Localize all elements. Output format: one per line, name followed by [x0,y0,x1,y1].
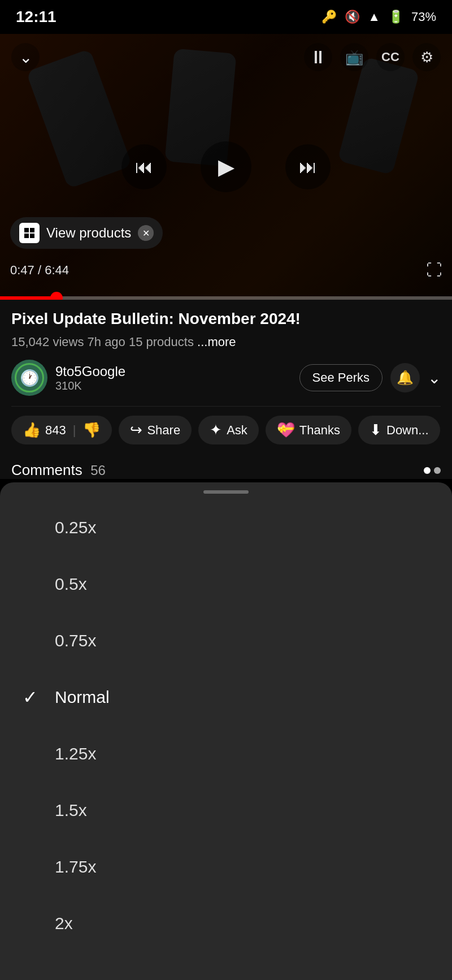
cast-button[interactable]: 📺 [340,43,368,71]
see-perks-button[interactable]: See Perks [299,364,383,391]
time-ago-label: 7h ago [88,335,125,349]
speed-option-175[interactable]: ✓ 1.75x [0,839,452,895]
playback-controls: ⏮ ▶ ⏭ [121,141,331,192]
speed-option-15[interactable]: ✓ 1.5x [0,782,452,839]
status-time: 12:11 [16,8,56,26]
svg-rect-3 [30,234,34,238]
thanks-button[interactable]: 💝 Thanks [266,416,351,444]
heart-icon: 💝 [277,421,295,439]
settings-button[interactable]: ⚙ [412,43,441,71]
video-title: Pixel Update Bulletin: November 2024! [11,309,441,329]
channel-row: 🕐 9to5Google 310K See Perks 🔔 ⌄ [11,360,441,407]
speed-option-125[interactable]: ✓ 1.25x [0,726,452,782]
divider: | [73,423,76,438]
mute-icon: 🔇 [345,10,360,24]
next-button[interactable]: ⏭ [285,144,331,189]
speed-selector-sheet: ✓ 0.25x ✓ 0.5x ✓ 0.75x ✓ Normal ✓ 1.25x … [0,482,452,980]
status-icons: 🔑 🔇 ▲ 🔋 73% [321,10,436,24]
battery-icon: 🔋 [388,10,403,24]
skip-next-icon: ⏭ [299,157,317,178]
view-count: 15,042 views [11,335,84,349]
video-top-right-controls: ⏸ 📺 CC ⚙ [304,43,441,71]
pause-button[interactable]: ⏸ [304,43,332,71]
cc-icon: CC [381,50,399,64]
speed-label-15: 1.5x [55,801,87,820]
sparkle-icon: ✦ [210,421,222,439]
like-count: 843 [45,423,66,438]
comments-count: 56 [90,463,106,478]
comments-section: Comments 56 [11,454,441,479]
bell-icon: 🔔 [397,370,414,386]
svg-rect-0 [24,228,29,232]
current-time: 0:47 [10,263,34,277]
speed-label-normal: Normal [55,688,110,707]
like-button[interactable]: 👍 843 | 👎 [11,416,112,444]
sort-dot-1 [424,467,431,474]
product-icon [19,223,40,243]
action-bar: 👍 843 | 👎 ↪ Share ✦ Ask 💝 Thanks ⬇ Down.… [11,407,441,454]
notification-button[interactable]: 🔔 [390,363,420,392]
ask-label: Ask [227,423,247,438]
channel-info: 9to5Google 310K [55,364,125,392]
svg-rect-1 [30,228,34,232]
gear-icon: ⚙ [420,49,433,66]
channel-avatar[interactable]: 🕐 [11,360,47,396]
skip-previous-icon: ⏮ [135,157,153,178]
speed-check-normal: ✓ [23,687,38,708]
battery-percent: 73% [411,10,436,24]
speed-label-025: 0.25x [55,518,96,537]
total-time: 6:44 [45,263,69,277]
speed-option-05[interactable]: ✓ 0.5x [0,556,452,612]
collapse-button[interactable]: ⌄ [11,43,40,71]
thumbs-up-icon: 👍 [23,421,41,439]
thanks-label: Thanks [299,423,340,438]
video-top-controls: ⌄ ⏸ 📺 CC ⚙ [0,43,452,71]
cc-button[interactable]: CC [376,43,405,71]
cast-icon: 📺 [345,49,363,66]
time-separator: / [38,263,45,277]
status-bar: 12:11 🔑 🔇 ▲ 🔋 73% [0,0,452,34]
share-label: Share [147,423,180,438]
video-bottom-controls: 0:47 / 6:44 ⛶ [0,261,452,279]
speed-label-175: 1.75x [55,857,96,877]
comments-label: Comments [11,461,82,478]
play-button[interactable]: ▶ [201,141,251,192]
view-products-badge[interactable]: View products ✕ [10,217,163,249]
download-label: Down... [386,423,429,438]
sheet-handle [203,490,249,494]
video-meta: 15,042 views 7h ago 15 products ...more [11,335,441,349]
more-text[interactable]: ...more [197,335,236,349]
fullscreen-button[interactable]: ⛶ [426,261,442,279]
view-products-label: View products [46,225,131,241]
channel-actions: See Perks 🔔 ⌄ [299,363,441,392]
expand-button[interactable]: ⌄ [428,369,441,387]
ask-button[interactable]: ✦ Ask [198,416,259,444]
thumbs-down-icon: 👎 [82,421,101,439]
download-button[interactable]: ⬇ Down... [358,416,440,444]
pause-icon: ⏸ [309,47,327,68]
share-icon: ↪ [130,421,142,439]
previous-button[interactable]: ⏮ [121,144,167,189]
speed-option-075[interactable]: ✓ 0.75x [0,612,452,669]
close-products-button[interactable]: ✕ [138,225,154,241]
share-button[interactable]: ↪ Share [119,416,192,444]
chevron-down-icon: ⌄ [19,48,32,67]
products-label: 15 products [129,335,194,349]
video-info: Pixel Update Bulletin: November 2024! 15… [0,300,452,479]
comments-sort[interactable] [424,467,441,474]
speed-label-2x: 2x [55,914,73,933]
speed-option-normal[interactable]: ✓ Normal [0,669,452,726]
video-player[interactable]: ⌄ ⏸ 📺 CC ⚙ ⏮ ▶ ⏭ [0,34,452,300]
svg-rect-2 [24,234,29,238]
close-icon: ✕ [142,228,150,239]
speed-option-2x[interactable]: ✓ 2x [0,895,452,952]
download-icon: ⬇ [370,421,382,439]
channel-logo-icon: 🕐 [20,369,40,387]
speed-option-025[interactable]: ✓ 0.25x [0,499,452,556]
speed-label-125: 1.25x [55,744,96,763]
play-icon: ▶ [218,154,234,179]
sort-dot-2 [434,467,441,474]
speed-label-075: 0.75x [55,631,96,650]
wifi-icon: ▲ [368,10,380,24]
key-icon: 🔑 [321,10,337,24]
